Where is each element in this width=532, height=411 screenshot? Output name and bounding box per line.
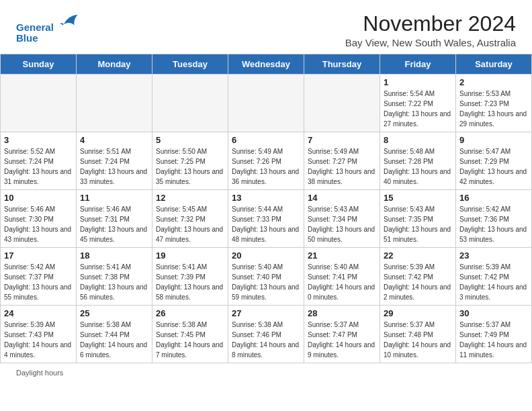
calendar-dow-saturday: Saturday: [456, 54, 532, 75]
day-number: 27: [232, 308, 300, 318]
day-number: 6: [232, 135, 300, 145]
day-number: 29: [384, 308, 452, 318]
calendar-cell: 9Sunrise: 5:47 AM Sunset: 7:29 PM Daylig…: [456, 132, 532, 190]
day-number: 21: [308, 250, 376, 261]
calendar-cell: 13Sunrise: 5:44 AM Sunset: 7:33 PM Dayli…: [228, 190, 304, 248]
calendar-cell: 23Sunrise: 5:39 AM Sunset: 7:42 PM Dayli…: [456, 248, 532, 306]
calendar-week-3: 17Sunrise: 5:42 AM Sunset: 7:37 PM Dayli…: [1, 248, 532, 306]
day-info: Sunrise: 5:48 AM Sunset: 7:28 PM Dayligh…: [384, 146, 452, 187]
calendar-cell: 16Sunrise: 5:42 AM Sunset: 7:36 PM Dayli…: [456, 190, 532, 248]
logo-bird-icon: [58, 12, 79, 31]
day-info: Sunrise: 5:51 AM Sunset: 7:24 PM Dayligh…: [80, 146, 148, 187]
calendar-dow-wednesday: Wednesday: [228, 54, 304, 75]
day-info: Sunrise: 5:42 AM Sunset: 7:36 PM Dayligh…: [459, 204, 528, 244]
day-info: Sunrise: 5:41 AM Sunset: 7:39 PM Dayligh…: [156, 262, 224, 302]
day-number: 8: [384, 135, 452, 145]
day-info: Sunrise: 5:37 AM Sunset: 7:48 PM Dayligh…: [384, 320, 452, 360]
calendar-cell: 17Sunrise: 5:42 AM Sunset: 7:37 PM Dayli…: [1, 248, 77, 306]
calendar-cell: 12Sunrise: 5:45 AM Sunset: 7:32 PM Dayli…: [152, 190, 228, 248]
calendar-cell: 4Sunrise: 5:51 AM Sunset: 7:24 PM Daylig…: [77, 132, 152, 190]
calendar-cell: 19Sunrise: 5:41 AM Sunset: 7:39 PM Dayli…: [152, 248, 228, 306]
day-number: 30: [459, 308, 528, 318]
day-number: 13: [232, 193, 300, 203]
day-number: 25: [80, 308, 148, 318]
calendar-cell: [304, 75, 380, 132]
day-info: Sunrise: 5:37 AM Sunset: 7:49 PM Dayligh…: [459, 320, 528, 360]
footer: Daylight hours: [0, 363, 532, 379]
title-block: November 2024 Bay View, New South Wales,…: [345, 12, 516, 48]
calendar-week-0: 1Sunrise: 5:54 AM Sunset: 7:22 PM Daylig…: [1, 75, 532, 132]
day-info: Sunrise: 5:46 AM Sunset: 7:30 PM Dayligh…: [4, 204, 73, 244]
day-number: 26: [156, 308, 224, 318]
day-info: Sunrise: 5:41 AM Sunset: 7:38 PM Dayligh…: [80, 262, 148, 302]
calendar-header-row: SundayMondayTuesdayWednesdayThursdayFrid…: [1, 54, 532, 75]
day-number: 3: [4, 135, 73, 145]
day-number: 23: [459, 250, 528, 261]
day-info: Sunrise: 5:40 AM Sunset: 7:41 PM Dayligh…: [308, 262, 376, 302]
day-info: Sunrise: 5:53 AM Sunset: 7:23 PM Dayligh…: [459, 89, 528, 129]
day-info: Sunrise: 5:43 AM Sunset: 7:35 PM Dayligh…: [384, 204, 452, 244]
subtitle: Bay View, New South Wales, Australia: [345, 37, 516, 48]
day-number: 15: [384, 193, 452, 203]
day-number: 10: [4, 193, 73, 203]
calendar-week-2: 10Sunrise: 5:46 AM Sunset: 7:30 PM Dayli…: [1, 190, 532, 248]
day-number: 18: [80, 250, 148, 261]
day-info: Sunrise: 5:46 AM Sunset: 7:31 PM Dayligh…: [80, 204, 148, 244]
calendar-cell: 11Sunrise: 5:46 AM Sunset: 7:31 PM Dayli…: [77, 190, 152, 248]
page-header: General Blue November 2024 Bay View, New…: [0, 0, 532, 54]
calendar-cell: 5Sunrise: 5:50 AM Sunset: 7:25 PM Daylig…: [152, 132, 228, 190]
calendar-cell: 6Sunrise: 5:49 AM Sunset: 7:26 PM Daylig…: [228, 132, 304, 190]
calendar-cell: 8Sunrise: 5:48 AM Sunset: 7:28 PM Daylig…: [380, 132, 456, 190]
calendar-cell: 25Sunrise: 5:38 AM Sunset: 7:44 PM Dayli…: [77, 306, 152, 363]
day-info: Sunrise: 5:45 AM Sunset: 7:32 PM Dayligh…: [156, 204, 224, 244]
day-info: Sunrise: 5:43 AM Sunset: 7:34 PM Dayligh…: [308, 204, 376, 244]
calendar-cell: [228, 75, 304, 132]
day-number: 7: [308, 135, 376, 145]
calendar-cell: 3Sunrise: 5:52 AM Sunset: 7:24 PM Daylig…: [1, 132, 77, 190]
calendar-cell: [77, 75, 152, 132]
calendar-week-1: 3Sunrise: 5:52 AM Sunset: 7:24 PM Daylig…: [1, 132, 532, 190]
day-number: 14: [308, 193, 376, 203]
logo: General Blue: [16, 12, 79, 44]
day-info: Sunrise: 5:42 AM Sunset: 7:37 PM Dayligh…: [4, 262, 73, 302]
calendar-cell: 24Sunrise: 5:39 AM Sunset: 7:43 PM Dayli…: [1, 306, 77, 363]
calendar-cell: 20Sunrise: 5:40 AM Sunset: 7:40 PM Dayli…: [228, 248, 304, 306]
calendar-cell: 15Sunrise: 5:43 AM Sunset: 7:35 PM Dayli…: [380, 190, 456, 248]
calendar-cell: [1, 75, 77, 132]
logo-text: General: [16, 12, 79, 34]
day-info: Sunrise: 5:44 AM Sunset: 7:33 PM Dayligh…: [232, 204, 300, 244]
daylight-label: Daylight hours: [16, 369, 63, 377]
day-info: Sunrise: 5:39 AM Sunset: 7:43 PM Dayligh…: [4, 320, 73, 360]
day-info: Sunrise: 5:38 AM Sunset: 7:45 PM Dayligh…: [156, 320, 224, 360]
calendar-cell: [152, 75, 228, 132]
day-number: 19: [156, 250, 224, 261]
calendar-cell: 7Sunrise: 5:49 AM Sunset: 7:27 PM Daylig…: [304, 132, 380, 190]
day-info: Sunrise: 5:38 AM Sunset: 7:44 PM Dayligh…: [80, 320, 148, 360]
calendar-cell: 22Sunrise: 5:39 AM Sunset: 7:42 PM Dayli…: [380, 248, 456, 306]
calendar-cell: 14Sunrise: 5:43 AM Sunset: 7:34 PM Dayli…: [304, 190, 380, 248]
calendar-cell: 28Sunrise: 5:37 AM Sunset: 7:47 PM Dayli…: [304, 306, 380, 363]
calendar-dow-thursday: Thursday: [304, 54, 380, 75]
calendar-cell: 1Sunrise: 5:54 AM Sunset: 7:22 PM Daylig…: [380, 75, 456, 132]
day-number: 22: [384, 250, 452, 261]
day-info: Sunrise: 5:37 AM Sunset: 7:47 PM Dayligh…: [308, 320, 376, 360]
calendar-dow-sunday: Sunday: [1, 54, 77, 75]
day-number: 16: [459, 193, 528, 203]
day-info: Sunrise: 5:39 AM Sunset: 7:42 PM Dayligh…: [384, 262, 452, 302]
day-info: Sunrise: 5:54 AM Sunset: 7:22 PM Dayligh…: [384, 89, 452, 129]
day-number: 4: [80, 135, 148, 145]
calendar-cell: 18Sunrise: 5:41 AM Sunset: 7:38 PM Dayli…: [77, 248, 152, 306]
calendar-cell: 21Sunrise: 5:40 AM Sunset: 7:41 PM Dayli…: [304, 248, 380, 306]
day-info: Sunrise: 5:39 AM Sunset: 7:42 PM Dayligh…: [459, 262, 528, 302]
calendar-cell: 27Sunrise: 5:38 AM Sunset: 7:46 PM Dayli…: [228, 306, 304, 363]
day-info: Sunrise: 5:47 AM Sunset: 7:29 PM Dayligh…: [459, 146, 528, 187]
calendar-cell: 10Sunrise: 5:46 AM Sunset: 7:30 PM Dayli…: [1, 190, 77, 248]
calendar-dow-monday: Monday: [77, 54, 152, 75]
logo-blue-line: Blue: [16, 32, 38, 44]
day-info: Sunrise: 5:40 AM Sunset: 7:40 PM Dayligh…: [232, 262, 300, 302]
day-info: Sunrise: 5:50 AM Sunset: 7:25 PM Dayligh…: [156, 146, 224, 187]
day-number: 2: [459, 77, 528, 87]
day-number: 9: [459, 135, 528, 145]
calendar-dow-friday: Friday: [380, 54, 456, 75]
calendar-dow-tuesday: Tuesday: [152, 54, 228, 75]
